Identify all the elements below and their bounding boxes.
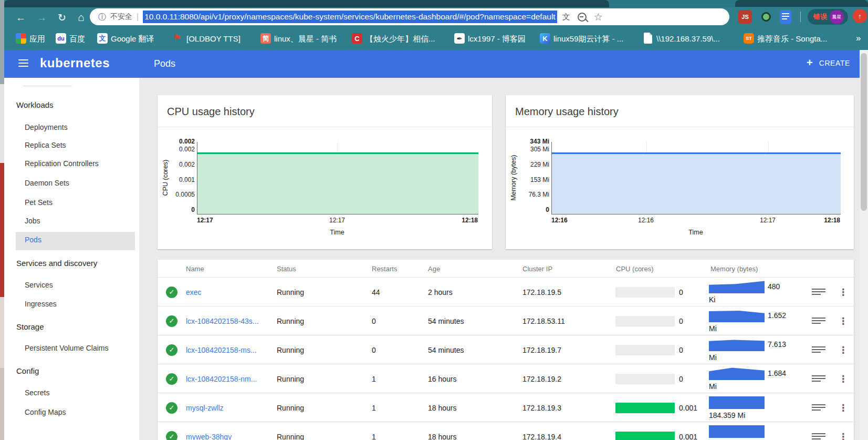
logs-icon[interactable] <box>812 346 825 354</box>
pod-name-link[interactable]: mysql-zwllz <box>186 404 224 412</box>
browser-tab-active[interactable] <box>4 0 609 7</box>
cpu-usage-card: CPU usage history 0.002 0.002 0.002 0.00… <box>158 95 492 249</box>
url-text[interactable]: 10.0.0.11:8080/api/v1/proxy/namespaces/k… <box>143 11 557 23</box>
memory-ytick-4: 76.3 Mi <box>520 191 549 198</box>
cpu-value: 0.001 <box>679 404 697 412</box>
col-header-cluster-ip[interactable]: Cluster IP <box>522 265 552 273</box>
bookmark-baidu[interactable]: 百度 <box>69 34 85 44</box>
bookmarks-overflow-icon[interactable]: » <box>856 33 861 44</box>
avatar[interactable]: 晨星 <box>830 10 844 24</box>
extension-notes-icon[interactable] <box>780 10 791 24</box>
col-header-status[interactable]: Status <box>277 265 296 273</box>
bookmark-songtaste[interactable]: 推荐音乐 - Songta... <box>757 34 827 44</box>
create-button[interactable]: + CREATE <box>807 57 850 69</box>
url-bar[interactable]: ⓘ 不安全 | 10.0.0.11:8080/api/v1/proxy/name… <box>90 8 729 25</box>
pod-status: Running <box>277 317 304 325</box>
bookmark-jianshu[interactable]: linux、晨星 - 简书 <box>274 34 337 44</box>
cpu-value: 0 <box>679 346 683 354</box>
sidebar-item-daemon-sets[interactable]: Daemon Sets <box>25 179 69 187</box>
kclass-favicon: K <box>540 33 550 44</box>
tab-strip <box>4 0 868 7</box>
pod-name-link[interactable]: myweb-38hqv <box>186 433 232 440</box>
bookmark-zhuhuo[interactable]: 【烛火少年】相信... <box>365 34 435 44</box>
reload-icon[interactable]: ↻ <box>58 13 66 23</box>
sidebar-item-secrets[interactable]: Secrets <box>25 388 49 397</box>
sidebar-item-pet-sets[interactable]: Pet Sets <box>25 198 53 207</box>
logs-icon[interactable] <box>812 404 825 412</box>
bookmark-oldboy-tts[interactable]: [OLDBOY TTS] <box>186 34 240 43</box>
sidebar-item-deployments[interactable]: Deployments <box>25 123 68 131</box>
col-header-restarts[interactable]: Restarts <box>372 265 397 273</box>
apps-grid-icon[interactable] <box>16 33 26 44</box>
row-menu-icon[interactable]: ⋮ <box>839 315 848 327</box>
cpu-ytick-3: 0.001 <box>165 176 195 183</box>
update-browser-icon[interactable]: ↑ <box>853 9 867 23</box>
cpu-sparkline <box>615 374 675 384</box>
extension-search-icon[interactable] <box>759 10 773 24</box>
sidebar-item-ingresses[interactable]: Ingresses <box>25 300 57 308</box>
bookmark-cnblogs[interactable]: lcx1997 - 博客园 <box>468 34 526 44</box>
pod-name-link[interactable]: lcx-1084202158-ms... <box>186 346 257 354</box>
translate-icon[interactable]: 文 <box>562 12 570 22</box>
col-header-age[interactable]: Age <box>428 265 440 273</box>
row-menu-icon[interactable]: ⋮ <box>839 373 848 385</box>
brand-logo[interactable]: kubernetes <box>40 56 110 70</box>
pod-cluster-ip: 172.18.19.5 <box>522 288 561 296</box>
pod-status: Running <box>277 346 304 354</box>
sidebar-section-config: Config <box>16 366 39 375</box>
pod-cluster-ip: 172.18.53.11 <box>522 317 565 325</box>
page-scrollbar[interactable] <box>860 50 868 440</box>
sidebar-item-services[interactable]: Services <box>25 281 53 289</box>
memory-value: 1.684 <box>768 369 786 377</box>
col-header-name[interactable]: Name <box>186 265 204 273</box>
profile-error-label: 错误 <box>813 12 827 22</box>
col-header-cpu[interactable]: CPU (cores) <box>616 265 654 273</box>
bookmark-apps[interactable]: 应用 <box>29 34 45 44</box>
browser-tab-secondary[interactable] <box>735 0 868 7</box>
row-menu-icon[interactable]: ⋮ <box>839 344 848 356</box>
row-menu-icon[interactable]: ⋮ <box>839 431 848 440</box>
star-icon[interactable]: ☆ <box>594 11 603 23</box>
menu-icon[interactable] <box>18 59 28 68</box>
bookmark-file-share[interactable]: \\192.168.37.59\... <box>656 34 720 43</box>
bookmark-linux59[interactable]: linux59期云计算 - ... <box>553 34 623 44</box>
memory-sparkline-cell: 184.359 Mi <box>709 396 793 422</box>
row-menu-icon[interactable]: ⋮ <box>839 402 848 414</box>
sidebar-item-replication-controllers[interactable]: Replication Controllers <box>25 159 99 168</box>
extension-js-icon[interactable]: JS <box>738 10 752 24</box>
logs-icon[interactable] <box>812 375 825 383</box>
sidebar-item-jobs[interactable]: Jobs <box>25 217 40 225</box>
pod-name-link[interactable]: lcx-1084202158-43s... <box>186 317 259 325</box>
sidebar-item-pvc[interactable]: Persistent Volume Claims <box>25 344 109 352</box>
table-row: ✓ exec Running 44 2 hours 172.18.19.5 0 … <box>158 277 854 306</box>
pod-age: 54 minutes <box>428 317 464 325</box>
scrollbar-thumb[interactable] <box>861 53 867 211</box>
logs-icon[interactable] <box>812 318 825 325</box>
cpu-value: 0 <box>679 317 683 325</box>
info-icon[interactable]: ⓘ <box>98 12 106 22</box>
logs-icon[interactable] <box>812 433 825 440</box>
memory-sparkline <box>709 339 765 351</box>
logs-icon[interactable] <box>812 289 825 296</box>
create-button-label: CREATE <box>819 59 850 67</box>
sidebar-item-config-maps[interactable]: Config Maps <box>25 408 66 416</box>
memory-sparkline-cell: 1.652 Mi <box>709 310 793 335</box>
pod-name-link[interactable]: lcx-1084202158-nm... <box>186 375 257 383</box>
sidebar-item-pods[interactable]: Pods <box>25 236 41 244</box>
toolbar-divider <box>800 12 801 22</box>
home-icon[interactable]: ⌂ <box>78 12 85 23</box>
row-menu-icon[interactable]: ⋮ <box>839 286 848 298</box>
back-icon[interactable]: ← <box>16 13 26 23</box>
bookmark-google-translate[interactable]: Google 翻译 <box>111 34 154 44</box>
sidebar-item-replica-sets[interactable]: Replica Sets <box>25 141 66 149</box>
memory-unit: 184.359 Mi <box>709 411 745 419</box>
forward-icon[interactable]: → <box>37 13 47 23</box>
profile-chip[interactable]: 错误 晨星 <box>808 9 848 25</box>
zoom-out-icon[interactable] <box>578 13 587 22</box>
memory-chart-title: Memory usage history <box>515 106 619 118</box>
pod-restarts: 44 <box>372 288 380 296</box>
pod-name-link[interactable]: exec <box>186 288 202 296</box>
col-header-memory[interactable]: Memory (bytes) <box>710 265 758 273</box>
pod-restarts: 1 <box>372 375 376 383</box>
pod-cluster-ip: 172.18.19.3 <box>522 404 561 412</box>
